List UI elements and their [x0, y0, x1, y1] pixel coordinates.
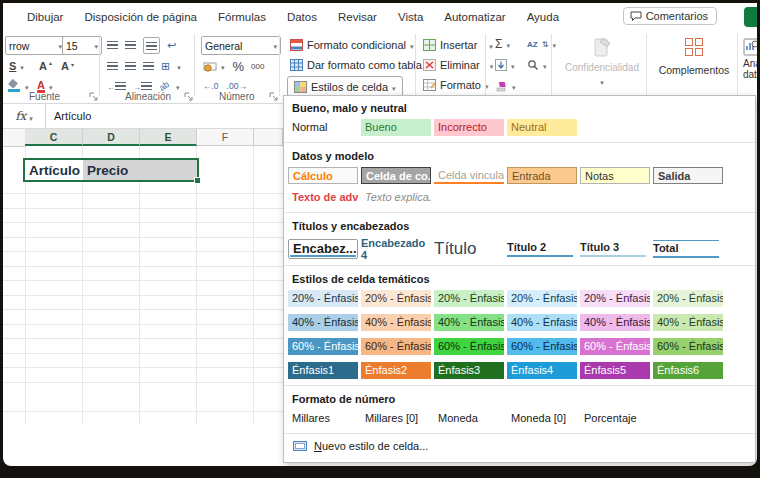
style-titulo[interactable]: Título	[434, 239, 507, 259]
style-millares[interactable]: Millares	[288, 410, 358, 427]
style-bueno[interactable]: Bueno	[361, 119, 431, 136]
number-format-combo[interactable]: General	[201, 36, 281, 55]
style-20-enfasis3[interactable]: 20% - Énfasis3	[434, 290, 504, 307]
cell-d1[interactable]: Precio	[83, 160, 140, 180]
style-60-enfasis2[interactable]: 60% - Énfasis2	[361, 338, 431, 355]
style-titulo3[interactable]: Título 3	[580, 241, 646, 257]
align-bottom-button-pressed[interactable]	[143, 37, 160, 54]
underline-button[interactable]: S	[9, 57, 24, 75]
conditional-format-button[interactable]: Formato condicional	[290, 36, 414, 54]
addins-button[interactable]: Complementos	[655, 38, 733, 76]
autosum-button[interactable]: Σ	[495, 35, 510, 53]
merge-center-icon[interactable]: ⊞	[161, 60, 170, 73]
style-60-enfasis4[interactable]: 60% - Énfasis4	[507, 338, 577, 355]
cell-c1-active[interactable]: Artículo	[25, 160, 83, 180]
align-right-icon[interactable]	[143, 62, 154, 70]
menu-automatizar[interactable]: Automatizar	[444, 11, 505, 23]
comma-style-button[interactable]: 000	[251, 62, 264, 71]
fill-down-button[interactable]	[495, 56, 515, 74]
style-40-enfasis5[interactable]: 40% - Énfasis5	[580, 314, 650, 331]
style-20-enfasis2[interactable]: 20% - Énfasis2	[361, 290, 431, 307]
style-60-enfasis5[interactable]: 60% - Énfasis5	[580, 338, 650, 355]
style-20-enfasis6[interactable]: 20% - Énfasis6	[653, 290, 723, 307]
clear-button[interactable]	[495, 77, 516, 95]
font-dialog-launcher[interactable]	[89, 92, 98, 101]
style-40-enfasis6[interactable]: 40% - Énfasis6	[653, 314, 723, 331]
style-normal[interactable]: Normal	[288, 119, 358, 136]
increase-font-button[interactable]: A▴	[39, 57, 52, 75]
decrease-font-button[interactable]: A▾	[61, 57, 74, 75]
style-total[interactable]: Total	[653, 240, 719, 258]
column-header-g-partial[interactable]	[254, 129, 283, 146]
decrease-decimal-icon[interactable]: .00→	[227, 81, 247, 91]
style-millares-0[interactable]: Millares [0]	[361, 410, 431, 427]
style-titulo2[interactable]: Título 2	[507, 241, 573, 257]
accounting-format-button[interactable]: % 000	[203, 57, 264, 75]
style-entrada[interactable]: Entrada	[507, 167, 577, 184]
style-salida[interactable]: Salida	[653, 167, 723, 184]
share-button-partial[interactable]	[744, 7, 757, 27]
style-40-enfasis2[interactable]: 40% - Énfasis2	[361, 314, 431, 331]
column-header-f[interactable]: F	[197, 129, 254, 146]
analyze-data-button[interactable]: Ana dat	[743, 38, 757, 80]
font-name-combo[interactable]: rrow	[5, 36, 66, 55]
style-texto-explicativo[interactable]: Texto explica...	[361, 189, 431, 206]
align-center-icon[interactable]	[125, 62, 136, 70]
style-enfasis1[interactable]: Énfasis1	[288, 362, 358, 379]
delete-cells-button[interactable]: Eliminar	[423, 56, 493, 74]
comments-button[interactable]: Comentarios	[623, 7, 717, 25]
style-notas[interactable]: Notas	[580, 167, 650, 184]
menu-disposicion[interactable]: Disposición de página	[84, 11, 197, 23]
style-enfasis2[interactable]: Énfasis2	[361, 362, 431, 379]
style-calculo[interactable]: Cálculo	[288, 167, 358, 184]
new-cell-style-item[interactable]: Nuevo estilo de celda...	[284, 435, 755, 457]
align-top-icon[interactable]	[107, 41, 118, 49]
font-size-combo[interactable]: 15	[62, 36, 102, 55]
style-40-enfasis4[interactable]: 40% - Énfasis4	[507, 314, 577, 331]
formula-input[interactable]: Artículo	[46, 110, 91, 122]
style-40-enfasis3[interactable]: 40% - Énfasis3	[434, 314, 504, 331]
increase-decimal-icon[interactable]: ←.0	[203, 81, 219, 91]
style-moneda-0[interactable]: Moneda [0]	[507, 410, 577, 427]
percent-style-button[interactable]: %	[233, 59, 245, 74]
format-cells-button[interactable]: Formato	[423, 76, 488, 94]
style-incorrecto[interactable]: Incorrecto	[434, 119, 504, 136]
decrease-indent-icon[interactable]: ←	[107, 80, 126, 92]
align-left-icon[interactable]	[107, 62, 118, 70]
style-20-enfasis5[interactable]: 20% - Énfasis5	[580, 290, 650, 307]
style-20-enfasis4[interactable]: 20% - Énfasis4	[507, 290, 577, 307]
fill-color-button[interactable]	[7, 77, 29, 95]
style-celda-comprobacion[interactable]: Celda de co...	[361, 167, 431, 184]
wrap-text-icon[interactable]: ↩	[167, 39, 176, 52]
style-enfasis3[interactable]: Énfasis3	[434, 362, 504, 379]
menu-vista[interactable]: Vista	[398, 11, 423, 23]
style-encabezado1-hovered[interactable]: Encabez...	[288, 239, 358, 259]
column-header-e[interactable]: E	[140, 129, 197, 146]
style-enfasis6[interactable]: Énfasis6	[653, 362, 723, 379]
format-as-table-button[interactable]: Dar formato como tabla	[290, 56, 429, 74]
style-enfasis4[interactable]: Énfasis4	[507, 362, 577, 379]
style-20-enfasis1[interactable]: 20% - Énfasis1	[288, 290, 358, 307]
fill-handle[interactable]	[194, 177, 201, 184]
style-enfasis5[interactable]: Énfasis5	[580, 362, 650, 379]
cell-styles-button[interactable]: Estilos de celda	[287, 76, 403, 97]
cell-e1[interactable]	[140, 160, 197, 180]
align-dialog-launcher[interactable]	[184, 92, 193, 101]
style-neutral[interactable]: Neutral	[507, 119, 577, 136]
menu-dibujar[interactable]: Dibujar	[27, 11, 63, 23]
menu-ayuda[interactable]: Ayuda	[527, 11, 559, 23]
menu-datos[interactable]: Datos	[287, 11, 317, 23]
fx-button[interactable]: fx	[3, 104, 46, 128]
insert-cells-button[interactable]: Insertar	[423, 36, 493, 54]
style-celda-vinculada[interactable]: Celda vincula...	[434, 167, 504, 184]
style-encabezado4[interactable]: Encabezado 4	[361, 237, 434, 261]
style-porcentaje[interactable]: Porcentaje	[580, 410, 650, 427]
style-40-enfasis1[interactable]: 40% - Énfasis1	[288, 314, 358, 331]
style-60-enfasis3[interactable]: 60% - Énfasis3	[434, 338, 504, 355]
style-60-enfasis6[interactable]: 60% - Énfasis6	[653, 338, 723, 355]
align-middle-icon[interactable]	[125, 41, 136, 49]
find-select-button[interactable]	[527, 56, 547, 74]
menu-formulas[interactable]: Fórmulas	[218, 11, 266, 23]
style-texto-advertencia[interactable]: Texto de adv...	[288, 189, 358, 206]
menu-revisar[interactable]: Revisar	[338, 11, 377, 23]
